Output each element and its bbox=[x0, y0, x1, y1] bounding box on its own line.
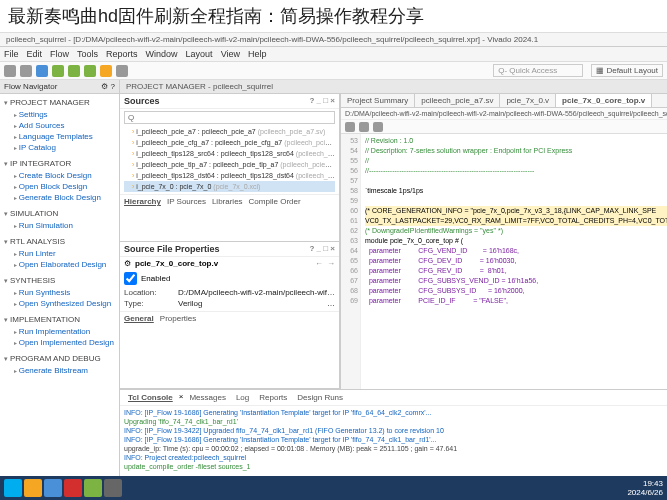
props-tabs: General Properties bbox=[120, 311, 339, 325]
nav-tools-icon[interactable]: ⚙ ? bbox=[101, 82, 115, 91]
tab-hierarchy[interactable]: Hierarchy bbox=[124, 197, 161, 206]
app-icon[interactable] bbox=[64, 479, 82, 497]
tab-compile-order[interactable]: Compile Order bbox=[249, 197, 301, 206]
window-titlebar: pcileech_squirrel - [D:/DMA/pcileech-wif… bbox=[0, 33, 667, 47]
nav-section-simulation[interactable]: SIMULATION bbox=[4, 207, 115, 220]
menu-view[interactable]: View bbox=[221, 49, 240, 59]
tab-libraries[interactable]: Libraries bbox=[212, 197, 243, 206]
nav-item-run-simulation[interactable]: Run Simulation bbox=[4, 220, 115, 231]
edge-icon[interactable] bbox=[44, 479, 62, 497]
menu-file[interactable]: File bbox=[4, 49, 19, 59]
layout-selector[interactable]: ▦ Default Layout bbox=[591, 64, 663, 77]
tab-file-1[interactable]: pcileech_pcie_a7.sv bbox=[415, 94, 500, 107]
editor-tool-icon[interactable] bbox=[373, 122, 383, 132]
console-output[interactable]: INFO: [IP_Flow 19-1686] Generating 'Inst… bbox=[120, 406, 667, 477]
ip-icon[interactable] bbox=[116, 65, 128, 77]
props-panel-title: Source File Properties ? _ □ × bbox=[120, 242, 339, 257]
menu-window[interactable]: Window bbox=[146, 49, 178, 59]
tab-general[interactable]: General bbox=[124, 314, 154, 323]
tab-file-2[interactable]: pcie_7x_0.v bbox=[500, 94, 556, 107]
props-tools[interactable]: ? _ □ × bbox=[309, 244, 335, 254]
nav-item-ip-catalog[interactable]: IP Catalog bbox=[4, 142, 115, 153]
nav-section-synthesis[interactable]: SYNTHESIS bbox=[4, 274, 115, 287]
explorer-icon[interactable] bbox=[24, 479, 42, 497]
tab-log[interactable]: Log bbox=[232, 392, 253, 403]
tab-properties[interactable]: Properties bbox=[160, 314, 196, 323]
tab-tcl-console[interactable]: Tcl Console bbox=[124, 392, 177, 403]
tree-item[interactable]: i_pcileech_pcie_cfg_a7 : pcileech_pcie_c… bbox=[124, 137, 335, 148]
tab-project-summary[interactable]: Project Summary bbox=[341, 94, 415, 107]
menu-edit[interactable]: Edit bbox=[27, 49, 43, 59]
sources-search-input[interactable] bbox=[124, 111, 335, 124]
type-value[interactable]: Verilog bbox=[178, 299, 323, 308]
nav-item-generate-bitstream[interactable]: Generate Bitstream bbox=[4, 365, 115, 376]
location-value: D:/DMA/pcileech-wifi-v2-main/pcileech-wi… bbox=[178, 288, 335, 297]
menu-reports[interactable]: Reports bbox=[106, 49, 138, 59]
flow-navigator: Flow Navigator ⚙ ? PROJECT MANAGERSettin… bbox=[0, 80, 120, 489]
nav-item-run-implementation[interactable]: Run Implementation bbox=[4, 326, 115, 337]
tab-ip-sources[interactable]: IP Sources bbox=[167, 197, 206, 206]
menu-layout[interactable]: Layout bbox=[186, 49, 213, 59]
nav-item-open-synthesized-design[interactable]: Open Synthesized Design bbox=[4, 298, 115, 309]
menu-flow[interactable]: Flow bbox=[50, 49, 69, 59]
nav-section-ip-integrator[interactable]: IP INTEGRATOR bbox=[4, 157, 115, 170]
editor-tabs: Project Summary pcileech_pcie_a7.sv pcie… bbox=[341, 94, 667, 108]
sources-panel-title: Sources ? _ □ × bbox=[120, 94, 339, 109]
taskbar: 19:432024/6/26 bbox=[0, 476, 667, 500]
undo-icon[interactable] bbox=[20, 65, 32, 77]
nav-section-implementation[interactable]: IMPLEMENTATION bbox=[4, 313, 115, 326]
nav-item-open-block-design[interactable]: Open Block Design bbox=[4, 181, 115, 192]
nav-item-run-linter[interactable]: Run Linter bbox=[4, 248, 115, 259]
nav-header: Flow Navigator ⚙ ? bbox=[0, 80, 119, 94]
prev-icon[interactable]: ← bbox=[315, 259, 323, 268]
menu-tools[interactable]: Tools bbox=[77, 49, 98, 59]
tree-item[interactable]: i_pcileech_tlps128_src64 : pcileech_tlps… bbox=[124, 148, 335, 159]
nav-section-program-and-debug[interactable]: PROGRAM AND DEBUG bbox=[4, 352, 115, 365]
nav-item-create-block-design[interactable]: Create Block Design bbox=[4, 170, 115, 181]
type-label: Type: bbox=[124, 299, 174, 308]
nav-item-settings[interactable]: Settings bbox=[4, 109, 115, 120]
run-icon[interactable] bbox=[52, 65, 64, 77]
editor-tool-icon[interactable] bbox=[345, 122, 355, 132]
nav-item-run-synthesis[interactable]: Run Synthesis bbox=[4, 287, 115, 298]
save-icon[interactable] bbox=[4, 65, 16, 77]
menu-help[interactable]: Help bbox=[248, 49, 267, 59]
impl-icon[interactable] bbox=[84, 65, 96, 77]
gear-icon: ⚙ bbox=[124, 259, 131, 268]
synth-icon[interactable] bbox=[68, 65, 80, 77]
app-icon[interactable] bbox=[84, 479, 102, 497]
project-header: PROJECT MANAGER - pcileech_squirrel bbox=[120, 80, 667, 94]
nav-item-generate-block-design[interactable]: Generate Block Design bbox=[4, 192, 115, 203]
vivado-icon[interactable] bbox=[104, 479, 122, 497]
tree-item[interactable]: i_pcileech_pcie_tlp_a7 : pcileech_pcie_t… bbox=[124, 159, 335, 170]
quick-access-input[interactable]: Q- Quick Access bbox=[493, 64, 583, 77]
tree-item[interactable]: i_pcileech_tlps128_dst64 : pcileech_tlps… bbox=[124, 170, 335, 181]
browse-icon[interactable]: … bbox=[327, 299, 335, 308]
clock[interactable]: 19:432024/6/26 bbox=[627, 479, 663, 497]
nav-item-open-implemented-design[interactable]: Open Implemented Design bbox=[4, 337, 115, 348]
code-editor[interactable]: 5354555657585960616263646566676869 // Re… bbox=[341, 134, 667, 389]
nav-item-language-templates[interactable]: Language Templates bbox=[4, 131, 115, 142]
tab-file-3[interactable]: pcie_7x_0_core_top.v bbox=[556, 94, 652, 107]
tree-item[interactable]: i_pcileech_pcie_a7 : pcileech_pcie_a7 (p… bbox=[124, 126, 335, 137]
settings-icon[interactable] bbox=[100, 65, 112, 77]
tree-item[interactable]: i_pcie_7x_0 : pcie_7x_0 (pcie_7x_0.xci) bbox=[124, 181, 335, 192]
editor-tool-icon[interactable] bbox=[359, 122, 369, 132]
nav-item-open-elaborated-design[interactable]: Open Elaborated Design bbox=[4, 259, 115, 270]
console-tabs: Tcl Console × Messages Log Reports Desig… bbox=[120, 390, 667, 406]
enabled-checkbox[interactable] bbox=[124, 272, 137, 285]
menubar: File Edit Flow Tools Reports Window Layo… bbox=[0, 47, 667, 62]
redo-icon[interactable] bbox=[36, 65, 48, 77]
nav-section-rtl-analysis[interactable]: RTL ANALYSIS bbox=[4, 235, 115, 248]
next-icon[interactable]: → bbox=[327, 259, 335, 268]
start-button[interactable] bbox=[4, 479, 22, 497]
location-label: Location: bbox=[124, 288, 174, 297]
nav-item-add-sources[interactable]: Add Sources bbox=[4, 120, 115, 131]
nav-section-project-manager[interactable]: PROJECT MANAGER bbox=[4, 96, 115, 109]
sources-tools[interactable]: ? _ □ × bbox=[309, 96, 335, 106]
page-heading: 最新奏鸣曲hd固件刷新全程指南：简易操作教程分享 bbox=[0, 0, 667, 33]
tab-messages[interactable]: Messages bbox=[185, 392, 229, 403]
tab-design-runs[interactable]: Design Runs bbox=[293, 392, 347, 403]
tab-reports[interactable]: Reports bbox=[255, 392, 291, 403]
editor-path: D:/DMA/pcileech-wifi-v2-main/pcileech-wi… bbox=[341, 108, 667, 120]
